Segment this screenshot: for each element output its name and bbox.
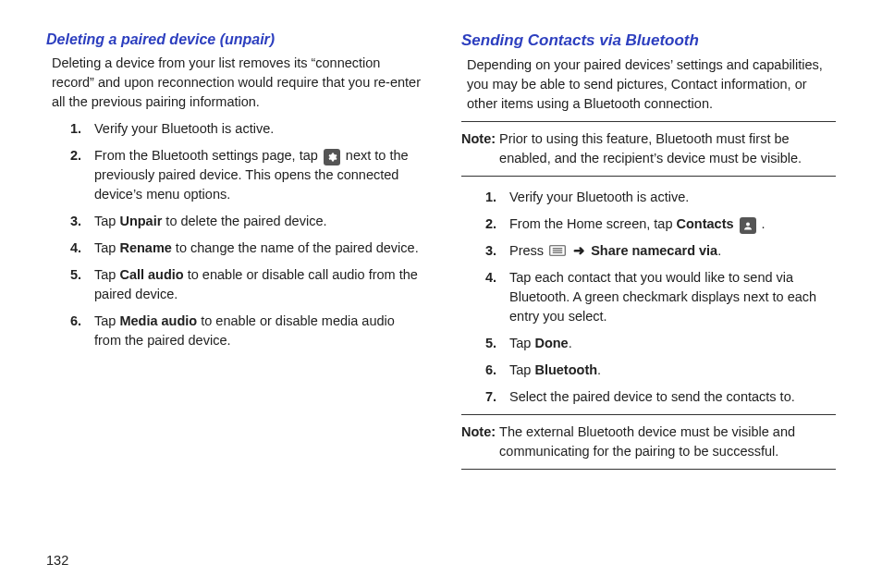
step-number: 1. <box>485 188 509 207</box>
step-text: Press ➜ Share namecard via. <box>509 241 836 261</box>
step-number: 2. <box>70 146 94 204</box>
step-number: 2. <box>485 214 509 234</box>
contacts-icon <box>740 217 756 234</box>
step-number: 4. <box>70 239 94 258</box>
step-item: 4. Tap each contact that you would like … <box>485 268 836 326</box>
bold-term: Contacts <box>677 216 734 231</box>
step-number: 3. <box>70 212 94 231</box>
manual-page: Deleting a paired device (unpair) Deleti… <box>0 0 882 553</box>
step-item: 6. Tap Bluetooth. <box>485 361 836 380</box>
note-label: Note: <box>461 129 496 168</box>
intro-paragraph: Depending on your paired devices’ settin… <box>467 55 836 114</box>
menu-icon <box>549 245 566 256</box>
bold-term: Unpair <box>119 214 162 228</box>
step-text: From the Bluetooth settings page, tap ne… <box>94 146 421 204</box>
step-item: 1. Verify your Bluetooth is active. <box>485 188 836 207</box>
step-number: 5. <box>485 334 509 353</box>
bold-term: Call audio <box>119 267 183 282</box>
note-body: The external Bluetooth device must be vi… <box>499 423 836 461</box>
bold-term: Media audio <box>119 313 197 328</box>
step-text: Tap Bluetooth. <box>509 361 836 380</box>
step-item: 5. Tap Done. <box>485 334 836 353</box>
step-number: 5. <box>70 265 94 304</box>
step-number: 7. <box>485 387 509 407</box>
gear-icon <box>324 149 340 165</box>
step-number: 6. <box>70 312 94 350</box>
step-text: Select the paired device to send the con… <box>509 387 836 407</box>
step-text: Tap Done. <box>509 334 836 353</box>
step-text: Verify your Bluetooth is active. <box>509 188 836 207</box>
bold-term: Bluetooth <box>534 362 597 377</box>
step-item: 1. Verify your Bluetooth is active. <box>70 119 421 139</box>
intro-paragraph: Deleting a device from your list removes… <box>52 54 421 112</box>
steps-list-left: 1. Verify your Bluetooth is active. 2. F… <box>70 119 421 350</box>
note-block: Note: Prior to using this feature, Bluet… <box>461 121 836 177</box>
bold-term: Rename <box>119 240 171 255</box>
left-column: Deleting a paired device (unpair) Deleti… <box>46 31 441 553</box>
arrow-icon: ➜ <box>573 243 585 258</box>
step-item: 3. Tap Unpair to delete the paired devic… <box>70 212 421 231</box>
step-text: Tap each contact that you would like to … <box>509 268 836 326</box>
step-text: Tap Rename to change the name of the pai… <box>94 239 421 258</box>
step-item: 4. Tap Rename to change the name of the … <box>70 239 421 258</box>
step-text: Tap Call audio to enable or disable call… <box>94 265 421 304</box>
step-item: 2. From the Bluetooth settings page, tap… <box>70 146 421 204</box>
step-text: Tap Unpair to delete the paired device. <box>94 212 421 231</box>
step-item: 2. From the Home screen, tap Contacts . <box>485 214 836 234</box>
note-block: Note: The external Bluetooth device must… <box>461 414 836 470</box>
section-heading-sending: Sending Contacts via Bluetooth <box>461 31 836 50</box>
step-number: 6. <box>485 361 509 380</box>
step-item: 6. Tap Media audio to enable or disable … <box>70 312 421 350</box>
step-text: Verify your Bluetooth is active. <box>94 119 421 139</box>
bold-term: Share namecard via <box>587 243 717 258</box>
page-number: 132 <box>46 553 68 568</box>
right-column: Sending Contacts via Bluetooth Depending… <box>441 31 836 553</box>
steps-list-right: 1. Verify your Bluetooth is active. 2. F… <box>485 188 836 407</box>
section-heading-unpair: Deleting a paired device (unpair) <box>46 31 421 48</box>
page-footer: 132 <box>0 553 882 588</box>
step-number: 3. <box>485 241 509 261</box>
step-item: 5. Tap Call audio to enable or disable c… <box>70 265 421 304</box>
step-number: 1. <box>70 119 94 139</box>
step-item: 3. Press ➜ Share namecard via. <box>485 241 836 261</box>
svg-point-0 <box>746 223 750 227</box>
step-text: Tap Media audio to enable or disable med… <box>94 312 421 350</box>
step-number: 4. <box>485 268 509 326</box>
note-body: Prior to using this feature, Bluetooth m… <box>499 129 836 168</box>
note-label: Note: <box>461 423 496 461</box>
bold-term: Done <box>534 336 568 350</box>
step-text: From the Home screen, tap Contacts . <box>509 214 836 234</box>
step-item: 7. Select the paired device to send the … <box>485 387 836 407</box>
